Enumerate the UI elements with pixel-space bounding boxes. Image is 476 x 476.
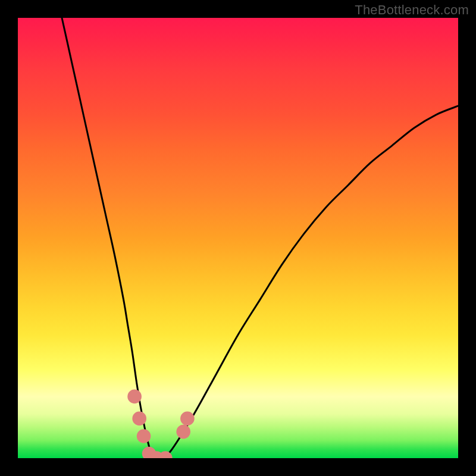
chart-svg [18, 18, 458, 458]
watermark-text: TheBottleneck.com [355, 2, 469, 18]
bead-8 [180, 412, 195, 426]
markers-group [127, 390, 194, 458]
bead-2 [132, 412, 146, 426]
bead-7 [176, 425, 190, 439]
plot-area [18, 18, 458, 458]
bead-3 [137, 429, 151, 443]
bead-1 [127, 390, 142, 404]
chart-frame: TheBottleneck.com [0, 0, 476, 476]
bottleneck-curve [62, 18, 458, 458]
